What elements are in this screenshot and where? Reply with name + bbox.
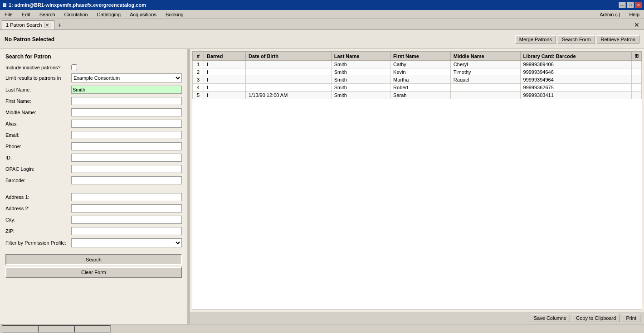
first-name-input[interactable]	[71, 97, 182, 105]
filter-profile-select[interactable]	[71, 238, 182, 247]
tab-patron-search[interactable]: 1 Patron Search ✕	[2, 20, 54, 29]
maximize-button[interactable]: □	[627, 2, 634, 8]
retrieve-patron-button[interactable]: Retrieve Patron	[597, 35, 639, 43]
menu-cataloging[interactable]: Cataloging	[94, 11, 124, 18]
cell-num: 2	[193, 68, 204, 76]
barcode-label: Barcode:	[5, 178, 71, 183]
barcode-row: Barcode:	[5, 176, 182, 184]
cell-last: Smith	[331, 76, 390, 84]
title-bar-left: 🖥 1: admin@BR1-winxpvmfx.phasefx.evergre…	[2, 2, 146, 8]
col-header-expand[interactable]: ⊞	[632, 52, 642, 61]
cell-last: Smith	[331, 84, 390, 92]
cell-dob	[246, 61, 332, 68]
col-header-barred[interactable]: Barred	[204, 52, 246, 61]
menu-file[interactable]: File	[2, 11, 15, 18]
header-bar: No Patron Selected Merge Patrons Search …	[0, 30, 644, 49]
last-name-input[interactable]	[71, 86, 182, 94]
address1-row: Address 1:	[5, 193, 182, 201]
results-table: # Barred Date of Birth Last Name First N…	[192, 51, 642, 99]
minimize-button[interactable]: —	[619, 2, 626, 8]
cell-last: Smith	[331, 92, 390, 99]
city-label: City:	[5, 217, 71, 222]
barcode-input[interactable]	[71, 176, 182, 184]
results-table-area: # Barred Date of Birth Last Name First N…	[192, 51, 642, 310]
middle-name-input[interactable]	[71, 108, 182, 116]
address2-row: Address 2:	[5, 204, 182, 212]
table-row[interactable]: 3 f Smith Martha Raquel 99999394964	[193, 76, 642, 84]
limit-results-select[interactable]: Example Consortium	[71, 73, 182, 82]
status-segment-2	[38, 325, 74, 333]
col-header-barcode[interactable]: Library Card: Barcode	[520, 52, 631, 61]
search-panel: Search for Patron Include inactive patro…	[0, 49, 188, 324]
alias-input[interactable]	[71, 120, 182, 128]
window-close-icon[interactable]: ✕	[631, 20, 642, 29]
table-row[interactable]: 5 f 1/13/90 12:00 AM Smith Sarah 9999930…	[193, 92, 642, 99]
opac-login-input[interactable]	[71, 165, 182, 173]
cell-expand	[632, 76, 642, 84]
cell-barcode: 99999394646	[520, 68, 631, 76]
address2-input[interactable]	[71, 204, 182, 212]
col-header-last[interactable]: Last Name	[331, 52, 390, 61]
print-button[interactable]: Print	[622, 314, 640, 322]
tab-close-button[interactable]: ✕	[44, 22, 50, 28]
cell-expand	[632, 84, 642, 92]
cell-barred: f	[204, 68, 246, 76]
filter-profile-label: Filter by Permission Profile:	[5, 240, 71, 246]
col-header-first[interactable]: First Name	[390, 52, 451, 61]
menu-edit[interactable]: Edit	[19, 11, 33, 18]
cell-dob	[246, 68, 332, 76]
zip-input[interactable]	[71, 227, 182, 235]
search-form-button[interactable]: Search Form	[558, 35, 595, 43]
table-row[interactable]: 4 f Smith Robert 99999362675	[193, 84, 642, 92]
tab-label: 1 Patron Search	[6, 22, 42, 28]
cell-barcode: 99999389406	[520, 61, 631, 68]
copy-clipboard-button[interactable]: Copy to Clipboard	[572, 314, 620, 322]
cell-first: Robert	[390, 84, 451, 92]
col-header-num[interactable]: #	[193, 52, 204, 61]
table-row[interactable]: 1 f Smith Cathy Cheryl 99999389406	[193, 61, 642, 68]
close-button[interactable]: ✕	[635, 2, 642, 8]
include-inactive-checkbox[interactable]	[71, 64, 77, 70]
menu-search[interactable]: Search	[37, 11, 58, 18]
cell-first: Kevin	[390, 68, 451, 76]
phone-input[interactable]	[71, 142, 182, 150]
col-header-middle[interactable]: Middle Name	[450, 52, 520, 61]
email-input[interactable]	[71, 131, 182, 139]
city-input[interactable]	[71, 216, 182, 224]
alias-row: Alias:	[5, 120, 182, 128]
merge-patrons-button[interactable]: Merge Patrons	[515, 35, 556, 43]
cell-first: Sarah	[390, 92, 451, 99]
cell-expand	[632, 68, 642, 76]
limit-results-row: Limit results to patrons in Example Cons…	[5, 73, 182, 82]
new-tab-button[interactable]: +	[55, 20, 64, 29]
include-inactive-label: Include inactive patrons?	[5, 65, 71, 70]
menu-admin[interactable]: Admin (-)	[597, 11, 623, 18]
menu-circulation[interactable]: Circulation	[62, 11, 91, 18]
col-header-dob[interactable]: Date of Birth	[246, 52, 332, 61]
cell-dob: 1/13/90 12:00 AM	[246, 92, 332, 99]
first-name-label: First Name:	[5, 98, 71, 104]
save-columns-button[interactable]: Save Columns	[530, 314, 571, 322]
menu-booking[interactable]: Booking	[163, 11, 186, 18]
cell-num: 5	[193, 92, 204, 99]
table-header-row: # Barred Date of Birth Last Name First N…	[193, 52, 642, 61]
menu-help[interactable]: Help	[626, 11, 642, 18]
clear-form-button[interactable]: Clear Form	[5, 267, 182, 278]
cell-barred: f	[204, 61, 246, 68]
title-bar-controls[interactable]: — □ ✕	[619, 2, 642, 8]
cell-first: Martha	[390, 76, 451, 84]
zip-row: ZIP:	[5, 227, 182, 235]
search-button[interactable]: Search	[5, 254, 182, 265]
status-segment-3	[74, 325, 111, 333]
cell-expand	[632, 61, 642, 68]
middle-name-label: Middle Name:	[5, 110, 71, 115]
address1-input[interactable]	[71, 193, 182, 201]
status-segment-1	[2, 325, 38, 333]
table-row[interactable]: 2 f Smith Kevin Timothy 99999394646	[193, 68, 642, 76]
phone-row: Phone:	[5, 142, 182, 150]
id-input[interactable]	[71, 154, 182, 162]
search-section-title: Search for Patron	[5, 53, 182, 60]
alias-label: Alias:	[5, 121, 71, 126]
opac-login-row: OPAC Login:	[5, 165, 182, 173]
menu-acquisitions[interactable]: Acquisitions	[127, 11, 159, 18]
